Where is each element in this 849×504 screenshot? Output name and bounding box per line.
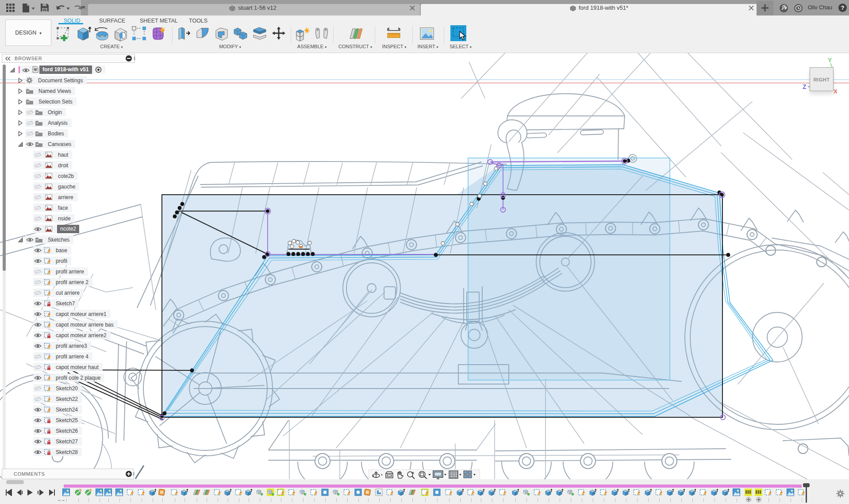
svg-text:Y: Y: [828, 57, 832, 64]
svg-text:Z: Z: [803, 83, 807, 90]
svg-text:X: X: [834, 88, 837, 95]
svg-text:?: ?: [841, 4, 845, 11]
